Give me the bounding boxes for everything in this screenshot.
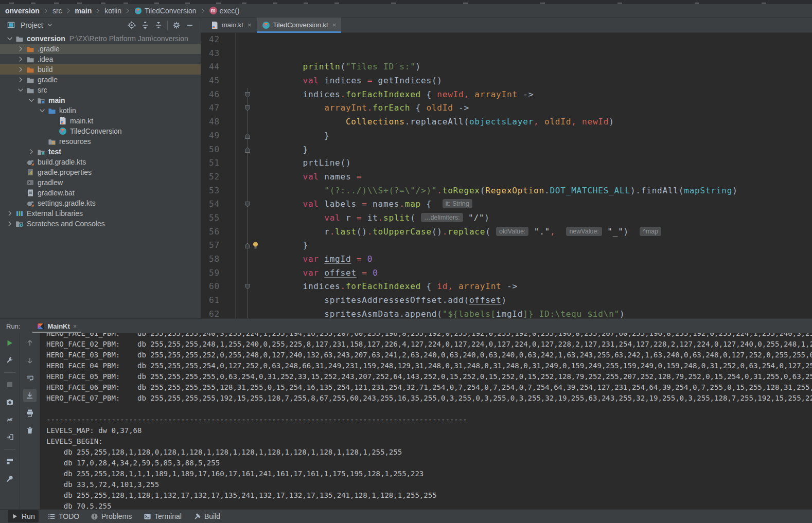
toolwindow-button-todo[interactable]: TODO: [44, 510, 83, 522]
inlay-hint: ^map: [640, 227, 661, 236]
chevron-down-icon[interactable]: [5, 35, 14, 42]
tree-item--gradle[interactable]: .gradle: [0, 44, 201, 54]
tree-item-label: gradle.properties: [38, 168, 92, 176]
wrench-icon[interactable]: [3, 354, 16, 367]
gear-icon[interactable]: [170, 20, 183, 31]
tree-item-gradlew[interactable]: gradlew: [0, 177, 201, 188]
line-number: 56: [201, 225, 236, 239]
chevron-right-icon[interactable]: [16, 56, 25, 63]
close-icon[interactable]: ×: [73, 322, 77, 330]
chevron-down-icon[interactable]: [38, 107, 47, 114]
breadcrumb-item-kotlin[interactable]: kotlin: [102, 7, 123, 15]
project-title[interactable]: Project: [21, 21, 43, 29]
run-console[interactable]: HERO_FACE_01_PBM: db 255,255,255,240,3,2…: [40, 333, 812, 509]
line-number: 48: [201, 115, 236, 129]
fold-expand-icon[interactable]: [244, 147, 251, 153]
toolwindow-button-build[interactable]: Build: [190, 510, 224, 522]
intention-bulb-icon[interactable]: [252, 241, 259, 249]
todo-icon: [48, 513, 56, 520]
chevron-right-icon[interactable]: [16, 45, 25, 52]
tree-item-settings-gradle-kts[interactable]: settings.gradle.kts: [0, 198, 201, 208]
fold-collapse-icon[interactable]: [244, 92, 251, 98]
soft-wrap-icon[interactable]: [23, 371, 37, 385]
console-line: db 255,255,128,1,1,1,189,1,189,17,160,17…: [46, 468, 812, 479]
breadcrumb-item-main[interactable]: main: [73, 7, 94, 15]
editor-tab-tiledconversion-kt[interactable]: TiledConversion.kt×: [257, 17, 342, 32]
trash-icon[interactable]: [23, 424, 37, 437]
tree-item-test[interactable]: test: [0, 147, 201, 157]
chevron-down-icon[interactable]: [46, 21, 54, 29]
tree-item-gradlew-bat[interactable]: gradlew.bat: [0, 188, 201, 198]
project-tool-icon: [4, 20, 17, 31]
stop-icon[interactable]: [3, 378, 16, 391]
close-icon[interactable]: ×: [248, 21, 252, 29]
tree-item-external-libraries[interactable]: External Libraries: [0, 208, 201, 219]
chevron-down-icon[interactable]: [16, 86, 25, 94]
tree-item-kotlin[interactable]: kotlin: [0, 105, 201, 116]
inlay-hint: newValue:: [566, 227, 602, 236]
gradle-kts-icon: [25, 199, 36, 207]
run-tool-window: Run: MainKt × HERO_FACE_01_PBM: db 255,2…: [0, 318, 812, 509]
tree-item-build[interactable]: build: [0, 64, 201, 75]
tree-item-main[interactable]: main: [0, 95, 201, 105]
fold-collapse-icon[interactable]: [244, 201, 251, 208]
exit-icon[interactable]: [3, 430, 16, 444]
breadcrumb-item-tiledconversion[interactable]: TiledConversion: [132, 7, 199, 15]
tree-item-conversion[interactable]: conversionP:\ZX\Retro Platform Jam\conve…: [0, 33, 201, 44]
breadcrumb-item-exec[interactable]: mexec(): [207, 7, 242, 15]
chevron-right-icon[interactable]: [16, 66, 25, 73]
folder-gray-icon: [14, 35, 25, 43]
locate-icon[interactable]: [125, 20, 138, 31]
printer-icon[interactable]: [23, 406, 37, 420]
chevron-right-icon[interactable]: [27, 148, 36, 155]
pin-icon[interactable]: [3, 472, 16, 485]
tree-item-src[interactable]: src: [0, 85, 201, 95]
project-toolwindow-header: Project: [0, 17, 201, 32]
restart-icon[interactable]: [3, 413, 16, 426]
tree-item-main-kt[interactable]: main.kt: [0, 116, 201, 126]
run-tab-mainkt[interactable]: MainKt ×: [32, 319, 81, 333]
breadcrumb-item-src[interactable]: src: [50, 7, 64, 15]
camera-icon[interactable]: [3, 395, 16, 409]
tree-item-resources[interactable]: resources: [0, 136, 201, 147]
tree-item-label: resources: [59, 137, 91, 146]
tree-item-tiledconversion[interactable]: TiledConversion: [0, 126, 201, 136]
collapse-all-icon[interactable]: [152, 20, 165, 31]
rerun-play-icon[interactable]: [3, 336, 16, 350]
tree-item-gradle[interactable]: gradle: [0, 75, 201, 85]
arrow-up-icon[interactable]: [23, 336, 37, 350]
chevron-right-icon[interactable]: [16, 76, 25, 83]
fold-expand-icon[interactable]: [244, 133, 251, 139]
fold-expand-icon[interactable]: [244, 242, 251, 249]
breadcrumb-separator-icon: [95, 7, 101, 15]
tree-item-build-gradle-kts[interactable]: build.gradle.kts: [0, 157, 201, 167]
arrow-down-icon[interactable]: [23, 354, 37, 367]
close-icon[interactable]: ×: [332, 21, 337, 29]
chevron-right-icon[interactable]: [5, 220, 14, 227]
code-editor[interactable]: 424344 println("Tiles ID`s:")45 val indi…: [201, 33, 812, 318]
expand-all-icon[interactable]: [138, 20, 152, 31]
toolwindow-button-run[interactable]: Run: [8, 510, 39, 522]
layout-icon[interactable]: [3, 455, 16, 468]
tree-item--idea[interactable]: .idea: [0, 54, 201, 64]
code-line-42: 42: [201, 33, 812, 47]
line-number: 49: [201, 129, 236, 143]
breadcrumb-item-onversion[interactable]: onversion: [3, 7, 42, 15]
tree-item-scratches-and-consoles[interactable]: Scratches and Consoles: [0, 219, 201, 229]
console-line: ----------------------------------------…: [46, 414, 812, 425]
fold-collapse-icon[interactable]: [244, 283, 251, 290]
minimize-icon[interactable]: [183, 20, 197, 31]
code-line-45: 45 val indices = getIndices(): [201, 74, 812, 88]
tree-item-label: gradle: [38, 76, 58, 84]
chevron-right-icon[interactable]: [5, 210, 14, 217]
toolwindow-button-problems[interactable]: Problems: [87, 510, 135, 522]
fold-collapse-icon[interactable]: [244, 105, 251, 112]
scroll-end-icon[interactable]: [23, 389, 37, 402]
tree-item-label: .gradle: [38, 45, 60, 53]
run-tab-label: MainKt: [47, 322, 69, 330]
chevron-down-icon[interactable]: [27, 97, 36, 104]
tree-item-gradle-properties[interactable]: gradle.properties: [0, 167, 201, 177]
editor-tab-main-kt[interactable]: main.kt×: [205, 17, 257, 32]
toolwindow-button-terminal[interactable]: Terminal: [140, 510, 185, 522]
scratches-icon: [14, 220, 25, 228]
